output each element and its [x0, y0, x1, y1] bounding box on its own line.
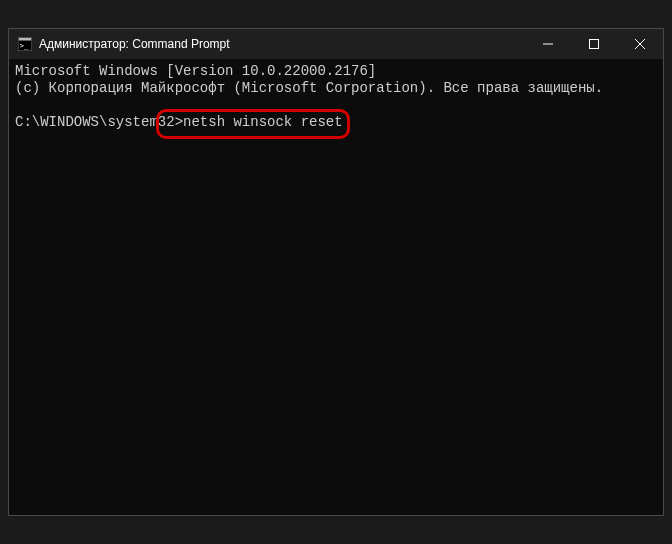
- close-button[interactable]: [617, 29, 663, 59]
- cmd-icon: >_: [17, 36, 33, 52]
- window-controls: [525, 29, 663, 59]
- svg-text:>_: >_: [20, 42, 29, 50]
- vertical-scrollbar[interactable]: [647, 59, 663, 515]
- minimize-button[interactable]: [525, 29, 571, 59]
- svg-rect-1: [19, 38, 31, 41]
- terminal-blank-line: [15, 97, 657, 114]
- terminal-output-line: (c) Корпорация Майкрософт (Microsoft Cor…: [15, 80, 657, 97]
- svg-rect-4: [590, 40, 599, 49]
- terminal-content[interactable]: Microsoft Windows [Version 10.0.22000.21…: [9, 59, 663, 515]
- titlebar[interactable]: >_ Администратор: Command Prompt: [9, 29, 663, 59]
- terminal-output-line: Microsoft Windows [Version 10.0.22000.21…: [15, 63, 657, 80]
- prompt-text: C:\WINDOWS\system32>: [15, 114, 183, 130]
- maximize-button[interactable]: [571, 29, 617, 59]
- terminal-prompt-line: C:\WINDOWS\system32>netsh winsock reset: [15, 114, 657, 131]
- titlebar-left: >_ Администратор: Command Prompt: [17, 36, 230, 52]
- command-text: netsh winsock reset: [183, 114, 343, 130]
- window-title: Администратор: Command Prompt: [39, 37, 230, 51]
- command-prompt-window: >_ Администратор: Command Prompt Microso…: [8, 28, 664, 516]
